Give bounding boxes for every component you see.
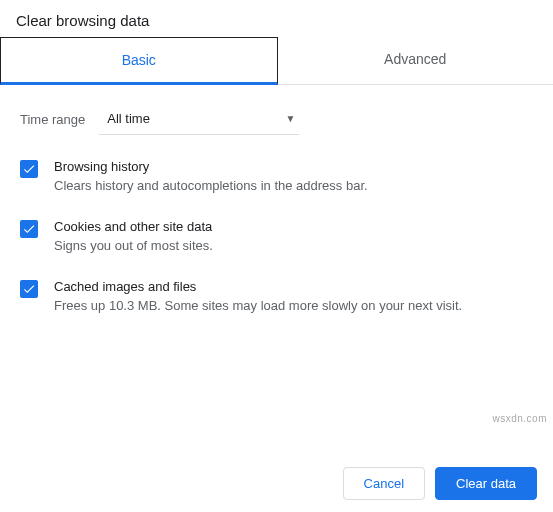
checkbox-browsing-history[interactable] [20,160,38,178]
dialog-title: Clear browsing data [0,0,553,37]
checkbox-cache[interactable] [20,280,38,298]
option-desc: Frees up 10.3 MB. Some sites may load mo… [54,297,533,315]
option-cookies: Cookies and other site data Signs you ou… [20,219,533,255]
time-range-row: Time range All time ▼ [20,103,533,135]
check-icon [22,282,36,296]
time-range-label: Time range [20,112,85,127]
option-title: Cookies and other site data [54,219,533,234]
option-browsing-history: Browsing history Clears history and auto… [20,159,533,195]
cancel-button[interactable]: Cancel [343,467,425,500]
option-desc: Signs you out of most sites. [54,237,533,255]
clear-data-button[interactable]: Clear data [435,467,537,500]
option-text: Cached images and files Frees up 10.3 MB… [54,279,533,315]
option-text: Cookies and other site data Signs you ou… [54,219,533,255]
content-area: Time range All time ▼ Browsing history C… [0,85,553,358]
option-title: Browsing history [54,159,533,174]
footer: Cancel Clear data [343,467,537,500]
option-desc: Clears history and autocompletions in th… [54,177,533,195]
check-icon [22,222,36,236]
chevron-down-icon: ▼ [285,113,295,124]
tab-advanced[interactable]: Advanced [278,37,554,84]
option-cache: Cached images and files Frees up 10.3 MB… [20,279,533,315]
option-text: Browsing history Clears history and auto… [54,159,533,195]
option-title: Cached images and files [54,279,533,294]
check-icon [22,162,36,176]
time-range-select[interactable]: All time ▼ [99,103,299,135]
watermark: wsxdn.com [492,413,547,424]
time-range-value: All time [107,111,150,126]
tab-basic[interactable]: Basic [0,37,278,85]
tab-bar: Basic Advanced [0,37,553,85]
checkbox-cookies[interactable] [20,220,38,238]
